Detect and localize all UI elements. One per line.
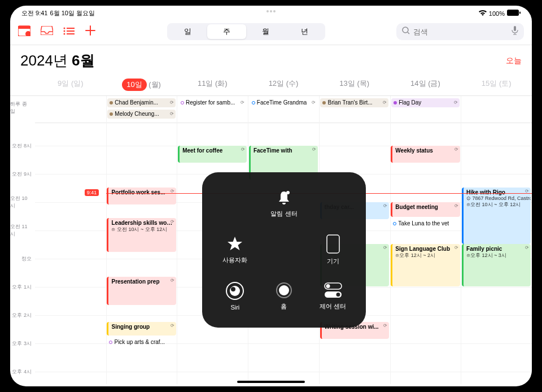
- calendar-event[interactable]: Singing group⟳: [107, 322, 176, 336]
- assistive-touch-menu: 알림 센터 사용자화 기기 Siri 홈: [202, 172, 366, 328]
- day-header[interactable]: 15일 (토): [461, 74, 532, 95]
- svg-point-11: [403, 27, 408, 33]
- month-title: 2024년 6월: [20, 51, 95, 71]
- at-device[interactable]: 기기: [308, 227, 357, 273]
- view-selector: 일 주 월 년: [167, 23, 325, 40]
- calendars-button[interactable]: [18, 25, 30, 39]
- week-header: 9일 (일)10일 (월)11일 (화)12일 (수)13일 (목)14일 (금…: [10, 74, 532, 96]
- svg-point-4: [25, 31, 30, 36]
- at-notification-center[interactable]: 알림 센터: [260, 181, 309, 227]
- at-home[interactable]: 홈: [260, 273, 309, 319]
- calendar-event[interactable]: Presentation prep⟳: [107, 277, 176, 305]
- svg-point-17: [231, 287, 235, 291]
- list-button[interactable]: [63, 26, 75, 38]
- device-icon: [326, 234, 340, 254]
- bell-icon: [276, 189, 292, 206]
- calendar-event[interactable]: Hike with Rigo⊙ 7867 Redwood Rd, Castro …: [462, 188, 531, 244]
- svg-point-23: [336, 293, 340, 297]
- view-month[interactable]: 월: [246, 24, 285, 39]
- allday-event[interactable]: Flag Day⟳: [391, 98, 459, 107]
- svg-rect-10: [67, 33, 75, 34]
- day-header[interactable]: 11일 (화): [177, 74, 248, 95]
- view-year[interactable]: 년: [285, 24, 324, 39]
- svg-point-5: [64, 27, 65, 29]
- calendar-event[interactable]: Take Luna to the vet: [391, 218, 460, 229]
- status-date: 6월 10일 월요일: [50, 9, 94, 18]
- svg-rect-6: [67, 28, 75, 29]
- at-custom[interactable]: 사용자화: [211, 227, 260, 273]
- calendar-event[interactable]: Meet for coffee⟳: [178, 146, 247, 163]
- calendar-event[interactable]: Leadership skills workshop⊙ 오전 10시 ~ 오후 …: [107, 218, 176, 252]
- status-bar: 오전 9:41 6월 10일 월요일 100%: [10, 6, 532, 19]
- calendar-event[interactable]: Budget meeting⟳: [391, 202, 460, 217]
- allday-event[interactable]: Chad Benjamin...⟳: [107, 98, 175, 107]
- day-header[interactable]: 14일 (금): [390, 74, 461, 95]
- allday-event[interactable]: Register for samb...⟳: [178, 98, 246, 107]
- today-button[interactable]: 오늘: [506, 56, 522, 66]
- day-header[interactable]: 13일 (목): [319, 74, 390, 95]
- calendar-event[interactable]: Weekly status⟳: [391, 146, 460, 163]
- at-control-center[interactable]: 제어 센터: [308, 273, 357, 319]
- svg-point-7: [64, 30, 65, 32]
- siri-icon: [225, 281, 244, 300]
- home-indicator[interactable]: [237, 381, 305, 383]
- allday-event[interactable]: Brian Tran's Birt...⟳: [320, 98, 388, 107]
- svg-point-19: [279, 285, 289, 295]
- search-box[interactable]: [396, 23, 524, 40]
- svg-rect-0: [507, 10, 519, 16]
- multitask-dots[interactable]: [266, 10, 276, 12]
- battery-icon: [507, 10, 521, 17]
- svg-rect-1: [519, 12, 521, 14]
- svg-point-21: [326, 284, 330, 288]
- battery-percent: 100%: [489, 10, 505, 17]
- inbox-button[interactable]: [41, 26, 53, 38]
- allday-event[interactable]: Melody Cheung...⟳: [107, 110, 175, 119]
- search-input[interactable]: [413, 28, 508, 36]
- calendar-event[interactable]: Family picnic⊙오후 12시 ~ 3시⟳: [462, 244, 531, 286]
- view-week[interactable]: 주: [207, 24, 246, 39]
- allday-label: 하루 종일: [10, 101, 32, 115]
- svg-rect-8: [67, 31, 75, 32]
- svg-point-13: [286, 191, 290, 194]
- add-button[interactable]: [85, 25, 96, 39]
- wifi-icon: [479, 10, 487, 17]
- svg-point-9: [64, 33, 65, 34]
- svg-point-16: [230, 286, 240, 296]
- day-header[interactable]: 10일 (월): [106, 74, 177, 95]
- status-time: 오전 9:41: [21, 9, 47, 18]
- star-icon: [226, 236, 243, 252]
- home-icon: [276, 282, 292, 299]
- svg-rect-12: [514, 26, 516, 31]
- toggle-icon: [324, 282, 343, 299]
- search-icon: [402, 27, 410, 37]
- calendar-event[interactable]: Pick up arts & craf...: [107, 337, 176, 348]
- day-header[interactable]: 9일 (일): [35, 74, 106, 95]
- calendar-event[interactable]: Portfolio work ses...⟳: [107, 188, 176, 204]
- toolbar: 일 주 월 년: [10, 19, 532, 45]
- mic-icon[interactable]: [512, 26, 518, 37]
- svg-rect-14: [327, 235, 339, 253]
- calendar-event[interactable]: Sign Language Club⊙오후 12시 ~ 2시⟳: [391, 244, 460, 286]
- day-header[interactable]: 12일 (수): [248, 74, 319, 95]
- allday-event[interactable]: FaceTime Grandma⟳: [250, 98, 317, 107]
- at-siri[interactable]: Siri: [211, 273, 260, 319]
- svg-rect-3: [18, 26, 30, 29]
- view-day[interactable]: 일: [168, 24, 207, 39]
